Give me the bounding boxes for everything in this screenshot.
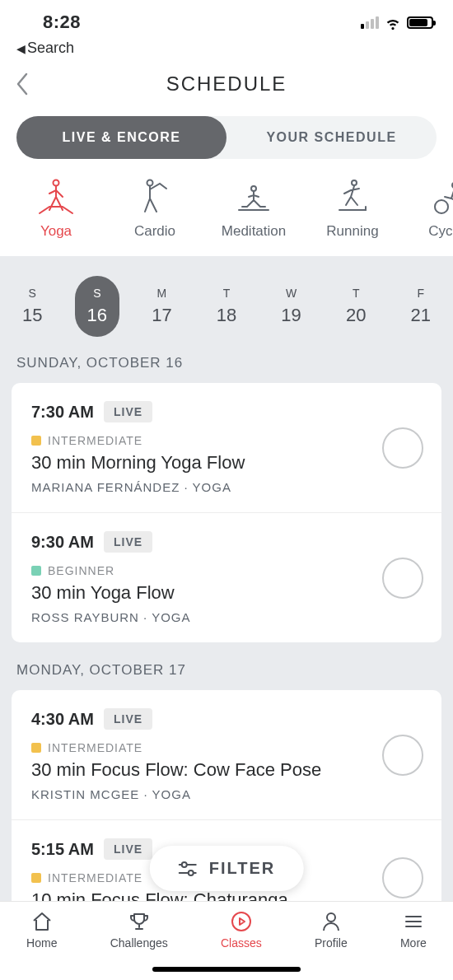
class-title: 30 min Focus Flow: Cow Face Pose bbox=[31, 759, 371, 781]
menu-icon bbox=[402, 910, 425, 933]
class-title: 30 min Morning Yoga Flow bbox=[31, 452, 371, 474]
level-chip-icon bbox=[31, 743, 41, 753]
date-16[interactable]: S16 bbox=[65, 271, 130, 347]
wifi-icon bbox=[384, 13, 402, 31]
svg-point-1 bbox=[147, 180, 153, 186]
level-chip-icon bbox=[31, 436, 41, 446]
dow: W bbox=[286, 287, 297, 300]
yoga-icon bbox=[35, 177, 77, 217]
class-card[interactable]: 9:30 AM LIVE BEGINNER 30 min Yoga Flow R… bbox=[12, 512, 441, 642]
nav-more[interactable]: More bbox=[400, 910, 427, 950]
date-18[interactable]: T18 bbox=[194, 271, 259, 347]
tab-your-schedule[interactable]: YOUR SCHEDULE bbox=[226, 116, 437, 159]
date-20[interactable]: T20 bbox=[324, 271, 389, 347]
tab-yours-label: YOUR SCHEDULE bbox=[266, 130, 396, 145]
schedule-tabs: LIVE & ENCORE YOUR SCHEDULE bbox=[0, 105, 453, 167]
category-label: Cycling bbox=[428, 223, 453, 240]
nav-label: Home bbox=[26, 936, 57, 950]
live-badge: LIVE bbox=[104, 838, 152, 860]
filter-icon bbox=[178, 861, 198, 877]
date-num: 18 bbox=[217, 305, 236, 326]
battery-icon bbox=[407, 16, 433, 29]
bookmark-toggle[interactable] bbox=[382, 427, 423, 469]
cycling-icon bbox=[430, 177, 453, 217]
bookmark-toggle[interactable] bbox=[382, 857, 423, 898]
date-19[interactable]: W19 bbox=[259, 271, 324, 347]
class-time: 7:30 AM bbox=[31, 403, 94, 422]
class-card[interactable]: 7:30 AM LIVE INTERMEDIATE 30 min Morning… bbox=[12, 383, 441, 512]
nav-label: More bbox=[400, 936, 427, 950]
card-group: 4:30 AM LIVE INTERMEDIATE 30 min Focus F… bbox=[12, 690, 441, 936]
filter-button[interactable]: FILTER bbox=[150, 846, 304, 891]
date-num: 15 bbox=[22, 305, 42, 326]
meditation-icon bbox=[232, 177, 275, 217]
category-meditation[interactable]: Meditation bbox=[204, 177, 303, 240]
nav-home[interactable]: Home bbox=[26, 910, 57, 950]
category-cycling[interactable]: Cycling bbox=[402, 177, 453, 240]
bookmark-toggle[interactable] bbox=[382, 735, 423, 776]
category-label: Yoga bbox=[40, 223, 72, 240]
nav-label: Challenges bbox=[110, 936, 168, 950]
date-num: 16 bbox=[87, 305, 107, 326]
level-text: INTERMEDIATE bbox=[48, 871, 142, 884]
svg-point-10 bbox=[327, 913, 335, 922]
tab-live-encore[interactable]: LIVE & ENCORE bbox=[16, 116, 226, 159]
profile-icon bbox=[320, 910, 343, 933]
category-label: Cardio bbox=[134, 223, 175, 240]
back-to-search[interactable]: ◀ Search bbox=[0, 36, 453, 63]
nav-challenges[interactable]: Challenges bbox=[110, 910, 168, 950]
date-num: 21 bbox=[411, 305, 431, 326]
svg-point-7 bbox=[182, 862, 187, 867]
section-heading: SUNDAY, OCTOBER 16 bbox=[0, 347, 453, 383]
live-badge: LIVE bbox=[104, 531, 152, 553]
section-heading: MONDAY, OCTOBER 17 bbox=[0, 654, 453, 690]
category-cardio[interactable]: Cardio bbox=[105, 177, 204, 240]
dow: F bbox=[417, 287, 424, 300]
class-instructor: MARIANA FERNÁNDEZ · YOGA bbox=[31, 480, 371, 494]
svg-point-3 bbox=[352, 180, 357, 185]
class-time: 9:30 AM bbox=[31, 533, 94, 552]
level-text: BEGINNER bbox=[48, 564, 114, 577]
page-header: SCHEDULE bbox=[0, 63, 453, 105]
dow: T bbox=[223, 287, 231, 300]
tab-live-label: LIVE & ENCORE bbox=[63, 130, 181, 145]
page-title: SCHEDULE bbox=[166, 72, 287, 96]
bookmark-toggle[interactable] bbox=[382, 558, 423, 599]
back-chevron-icon[interactable] bbox=[15, 72, 30, 96]
filter-label: FILTER bbox=[209, 859, 276, 878]
status-bar: 8:28 bbox=[0, 0, 453, 36]
category-tabs[interactable]: Yoga Cardio Meditation Running Cycling bbox=[0, 167, 453, 256]
home-indicator[interactable] bbox=[152, 967, 301, 972]
live-badge: LIVE bbox=[104, 708, 152, 730]
date-num: 20 bbox=[346, 305, 366, 326]
status-icons bbox=[361, 13, 433, 31]
date-21[interactable]: F21 bbox=[388, 271, 453, 347]
date-15[interactable]: S15 bbox=[0, 271, 65, 347]
nav-classes[interactable]: Classes bbox=[221, 910, 262, 950]
live-badge: LIVE bbox=[104, 401, 152, 422]
date-num: 19 bbox=[281, 305, 301, 326]
nav-profile[interactable]: Profile bbox=[315, 910, 348, 950]
back-label: Search bbox=[27, 40, 74, 57]
class-instructor: ROSS RAYBURN · YOGA bbox=[31, 610, 371, 624]
date-17[interactable]: M17 bbox=[129, 271, 194, 347]
status-time: 8:28 bbox=[20, 12, 81, 33]
dow: S bbox=[29, 287, 36, 300]
category-label: Meditation bbox=[222, 223, 286, 240]
level-chip-icon bbox=[31, 566, 41, 576]
nav-label: Classes bbox=[221, 936, 262, 950]
play-circle-icon bbox=[230, 910, 253, 933]
svg-point-0 bbox=[54, 180, 59, 186]
class-time: 5:15 AM bbox=[31, 840, 94, 859]
category-yoga[interactable]: Yoga bbox=[7, 177, 105, 240]
svg-point-2 bbox=[251, 186, 256, 191]
cardio-icon bbox=[133, 177, 176, 217]
nav-label: Profile bbox=[315, 936, 348, 950]
class-card[interactable]: 4:30 AM LIVE INTERMEDIATE 30 min Focus F… bbox=[12, 690, 441, 819]
level-text: INTERMEDIATE bbox=[48, 434, 142, 447]
level-text: INTERMEDIATE bbox=[48, 741, 142, 754]
svg-point-9 bbox=[232, 912, 250, 931]
class-time: 4:30 AM bbox=[31, 710, 94, 729]
category-running[interactable]: Running bbox=[303, 177, 402, 240]
svg-point-4 bbox=[435, 200, 448, 213]
